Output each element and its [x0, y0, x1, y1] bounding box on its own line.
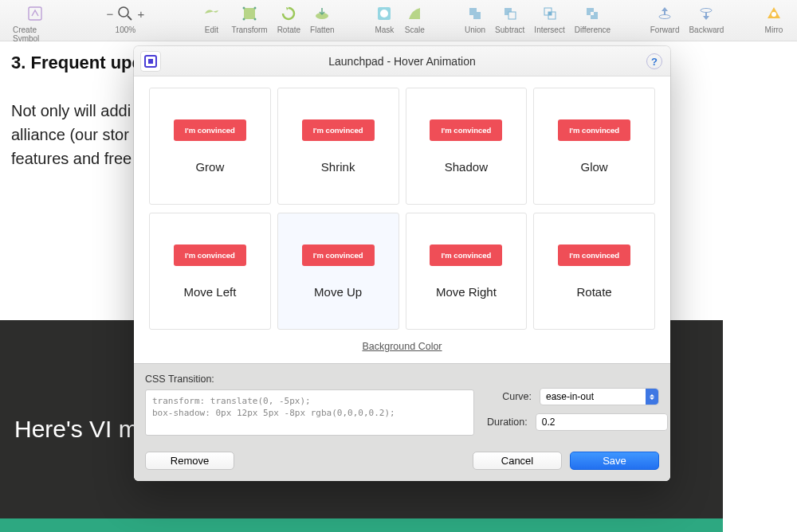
document-paragraph: Not only will addi alliance (our stor fe…: [11, 99, 147, 170]
edit-label: Edit: [205, 25, 218, 34]
animation-name: Rotate: [577, 285, 612, 299]
mirror-button[interactable]: Mirro: [759, 3, 789, 34]
svg-point-1: [119, 7, 128, 17]
union-icon: [465, 3, 485, 24]
animation-grid: I'm convincedGrowI'm convincedShrinkI'm …: [149, 88, 655, 330]
svg-rect-11: [508, 12, 516, 19]
background-color-link[interactable]: Background Color: [149, 341, 655, 352]
dialog-body: I'm convincedGrowI'm convincedShrinkI'm …: [134, 76, 670, 363]
animation-preview-button: I'm convinced: [302, 244, 375, 266]
dialog-title: Launchpad - Hover Animation: [328, 55, 475, 68]
flatten-button[interactable]: Flatten: [305, 3, 340, 34]
difference-button[interactable]: Difference: [570, 3, 615, 34]
subtract-button[interactable]: Subtract: [490, 3, 529, 34]
animation-preview-button: I'm convinced: [558, 244, 630, 266]
union-label: Union: [465, 25, 485, 34]
intersect-label: Intersect: [534, 25, 564, 34]
cancel-button[interactable]: Cancel: [473, 452, 562, 470]
select-handle-icon: [646, 389, 658, 405]
difference-icon: [582, 3, 603, 24]
animation-card-rotate[interactable]: I'm convincedRotate: [533, 213, 655, 330]
transform-button[interactable]: Transform: [226, 3, 272, 34]
magnifier-icon: [116, 5, 134, 22]
intersect-button[interactable]: Intersect: [529, 3, 569, 34]
mask-icon: [374, 3, 395, 24]
save-button[interactable]: Save: [570, 452, 659, 470]
zoom-label: 100%: [116, 25, 136, 34]
rotate-button[interactable]: Rotate: [273, 3, 305, 34]
flatten-label: Flatten: [310, 25, 335, 34]
backward-icon: [696, 3, 717, 24]
mask-label: Mask: [375, 25, 394, 34]
launchpad-logo-icon: [140, 51, 161, 72]
animation-preview-button: I'm convinced: [430, 119, 502, 141]
css-transition-label: CSS Transition:: [145, 374, 474, 385]
transform-label: Transform: [231, 25, 267, 34]
create-symbol-button[interactable]: Create Symbol: [8, 3, 63, 43]
rotate-icon: [278, 3, 299, 24]
css-transition-input[interactable]: transform: translate(0, -5px);box-shadow…: [145, 389, 474, 436]
svg-point-10: [380, 10, 388, 18]
animation-preview-button: I'm convinced: [558, 119, 630, 141]
intersect-icon: [540, 3, 560, 24]
union-button[interactable]: Union: [460, 3, 490, 34]
mirror-label: Mirro: [765, 25, 783, 34]
green-section: [0, 518, 723, 532]
curve-label: Curve:: [487, 391, 532, 402]
forward-button[interactable]: Forward: [646, 3, 685, 34]
settings-panel: CSS Transition: transform: translate(0, …: [134, 363, 670, 445]
duration-input[interactable]: [536, 413, 668, 431]
svg-point-6: [243, 18, 245, 21]
backward-label: Backward: [689, 25, 724, 34]
svg-point-5: [254, 7, 257, 10]
help-button[interactable]: ?: [646, 53, 662, 69]
duration-label: Duration:: [487, 417, 528, 428]
app-toolbar: Create Symbol − + 100% Edit Transform Ro…: [0, 0, 797, 41]
subtract-label: Subtract: [495, 25, 524, 34]
svg-point-16: [701, 9, 712, 13]
animation-name: Move Up: [314, 285, 362, 299]
create-symbol-icon: [25, 3, 45, 24]
dark-section-text: Here's VI m: [14, 416, 139, 443]
animation-card-move-right[interactable]: I'm convincedMove Right: [406, 213, 528, 330]
svg-rect-19: [148, 59, 153, 64]
animation-preview-button: I'm convinced: [174, 244, 246, 266]
animation-name: Move Right: [436, 285, 497, 299]
animation-card-move-up[interactable]: I'm convincedMove Up: [277, 213, 399, 330]
mirror-icon: [764, 3, 784, 24]
animation-card-shrink[interactable]: I'm convincedShrink: [277, 88, 399, 205]
edit-icon: [201, 3, 222, 24]
svg-rect-0: [29, 7, 41, 20]
curve-select[interactable]: ease-in-out: [540, 388, 659, 405]
remove-button[interactable]: Remove: [145, 452, 234, 470]
forward-label: Forward: [650, 25, 680, 34]
animation-card-move-left[interactable]: I'm convincedMove Left: [149, 213, 271, 330]
flatten-icon: [312, 3, 332, 24]
difference-label: Difference: [575, 25, 611, 34]
svg-point-17: [771, 12, 776, 17]
animation-card-shadow[interactable]: I'm convincedShadow: [406, 88, 528, 205]
dialog-header: Launchpad - Hover Animation ?: [134, 46, 670, 76]
forward-icon: [654, 3, 675, 24]
hover-animation-dialog: Launchpad - Hover Animation ? I'm convin…: [134, 46, 670, 481]
zoom-in-icon[interactable]: +: [135, 7, 146, 21]
animation-name: Shadow: [445, 160, 488, 174]
animation-name: Grow: [195, 160, 224, 174]
svg-point-7: [254, 18, 257, 21]
zoom-control[interactable]: − + 100%: [105, 3, 147, 34]
animation-card-glow[interactable]: I'm convincedGlow: [533, 88, 655, 205]
mask-button[interactable]: Mask: [369, 3, 399, 34]
backward-button[interactable]: Backward: [684, 3, 728, 34]
animation-preview-button: I'm convinced: [174, 119, 246, 141]
edit-button[interactable]: Edit: [196, 3, 226, 34]
svg-point-15: [659, 15, 670, 19]
transform-icon: [239, 3, 260, 24]
animation-name: Glow: [581, 160, 608, 174]
animation-card-grow[interactable]: I'm convincedGrow: [149, 88, 271, 205]
animation-name: Move Left: [183, 285, 236, 299]
scale-button[interactable]: Scale: [399, 3, 430, 34]
svg-point-4: [243, 7, 245, 10]
document-heading: 3. Frequent upda: [11, 53, 152, 73]
zoom-out-icon[interactable]: −: [105, 7, 116, 21]
svg-line-2: [128, 16, 132, 20]
